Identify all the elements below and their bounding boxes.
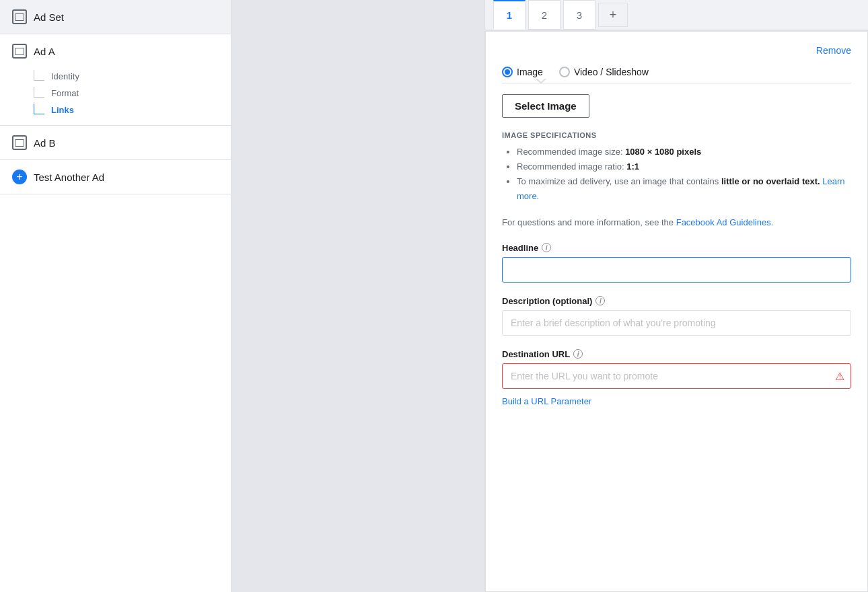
- sidebar-subitem-links[interactable]: Links: [34, 102, 231, 118]
- tab-2[interactable]: 2: [528, 0, 560, 30]
- test-another-ad-label: Test Another Ad: [34, 172, 104, 183]
- url-warning-icon: ⚠: [835, 369, 844, 382]
- video-radio-dot: [559, 67, 570, 77]
- tree-line-identity: [34, 70, 44, 81]
- url-field-wrapper: ⚠: [502, 363, 851, 389]
- headline-input[interactable]: [502, 257, 851, 283]
- monitor-icon-b: [15, 139, 24, 147]
- divider-line: [502, 83, 851, 83]
- ad-b-section: Ad B: [0, 126, 231, 160]
- tab-add-button[interactable]: +: [598, 3, 628, 27]
- ad-b-label: Ad B: [34, 137, 56, 149]
- headline-info-icon[interactable]: i: [542, 243, 551, 252]
- ad-a-label: Ad A: [34, 46, 55, 57]
- divider: [502, 83, 851, 83]
- spec-item-ratio: Recommended image ratio: 1:1: [517, 159, 851, 174]
- image-radio-dot: [502, 67, 513, 77]
- specs-title: IMAGE SPECIFICATIONS: [502, 131, 851, 139]
- tab-1[interactable]: 1: [493, 0, 526, 30]
- remove-link[interactable]: Remove: [502, 45, 851, 56]
- destination-url-input[interactable]: [502, 363, 851, 389]
- tree-line-format: [34, 87, 44, 98]
- specs-list: Recommended image size: 1080 × 1080 pixe…: [502, 145, 851, 204]
- sidebar-subitem-identity[interactable]: Identity: [34, 68, 231, 85]
- video-radio-label: Video / Slideshow: [574, 67, 649, 77]
- tabs-bar: 1 2 3 +: [485, 0, 868, 31]
- headline-label: Headline i: [502, 243, 851, 253]
- sidebar-subitem-format[interactable]: Format: [34, 85, 231, 102]
- fb-guidelines-link[interactable]: Facebook Ad Guidelines: [676, 217, 771, 227]
- image-radio-label: Image: [517, 67, 543, 77]
- description-info-icon[interactable]: i: [595, 296, 605, 305]
- monitor-icon: [15, 13, 24, 21]
- sidebar-item-ad-a[interactable]: Ad A: [0, 34, 231, 68]
- links-label: Links: [51, 105, 74, 115]
- ad-a-icon: [12, 44, 27, 59]
- description-label: Description (optional) i: [502, 296, 851, 306]
- format-label: Format: [51, 88, 79, 98]
- destination-url-label: Destination URL i: [502, 349, 851, 359]
- monitor-icon-a: [15, 48, 24, 55]
- content-card: Remove Image Video / Slideshow Select Im…: [485, 31, 868, 592]
- description-field-group: Description (optional) i: [502, 296, 851, 346]
- guidelines-text: For questions and more information, see …: [502, 216, 851, 229]
- spec-item-text: To maximize ad delivery, use an image th…: [517, 174, 851, 204]
- ad-set-section: Ad Set: [0, 0, 231, 34]
- ad-set-icon: [12, 9, 27, 24]
- sidebar-item-ad-set[interactable]: Ad Set: [0, 0, 231, 34]
- headline-field-group: Headline i: [502, 243, 851, 293]
- destination-url-info-icon[interactable]: i: [573, 349, 583, 359]
- media-type-radio-group: Image Video / Slideshow: [502, 67, 851, 77]
- plus-circle-icon: [12, 170, 27, 184]
- test-another-ad-section: Test Another Ad: [0, 160, 231, 194]
- tree-line-links: [34, 104, 44, 114]
- right-panel: 1 2 3 + Remove Image Video / Slideshow: [484, 0, 868, 592]
- divider-triangle-icon: [536, 79, 546, 84]
- build-url-parameter-link[interactable]: Build a URL Parameter: [502, 396, 591, 406]
- ad-a-subitems: Identity Format Links: [0, 68, 231, 125]
- description-input[interactable]: [502, 310, 851, 336]
- video-radio-option[interactable]: Video / Slideshow: [559, 67, 649, 77]
- tab-3[interactable]: 3: [563, 0, 595, 30]
- middle-preview-area: [231, 0, 484, 592]
- spec-item-size: Recommended image size: 1080 × 1080 pixe…: [517, 145, 851, 159]
- image-radio-option[interactable]: Image: [502, 67, 543, 77]
- identity-label: Identity: [51, 71, 79, 81]
- ad-a-section: Ad A Identity Format Links: [0, 34, 231, 126]
- image-specs-section: IMAGE SPECIFICATIONS Recommended image s…: [502, 131, 851, 204]
- sidebar-item-ad-b[interactable]: Ad B: [0, 126, 231, 159]
- ad-set-label: Ad Set: [34, 11, 64, 23]
- destination-url-field-group: Destination URL i ⚠ Build a URL Paramete…: [502, 349, 851, 406]
- sidebar: Ad Set Ad A Identity Format Links: [0, 0, 231, 592]
- select-image-button[interactable]: Select Image: [502, 94, 589, 118]
- test-another-ad-button[interactable]: Test Another Ad: [0, 160, 231, 194]
- ad-b-icon: [12, 135, 27, 150]
